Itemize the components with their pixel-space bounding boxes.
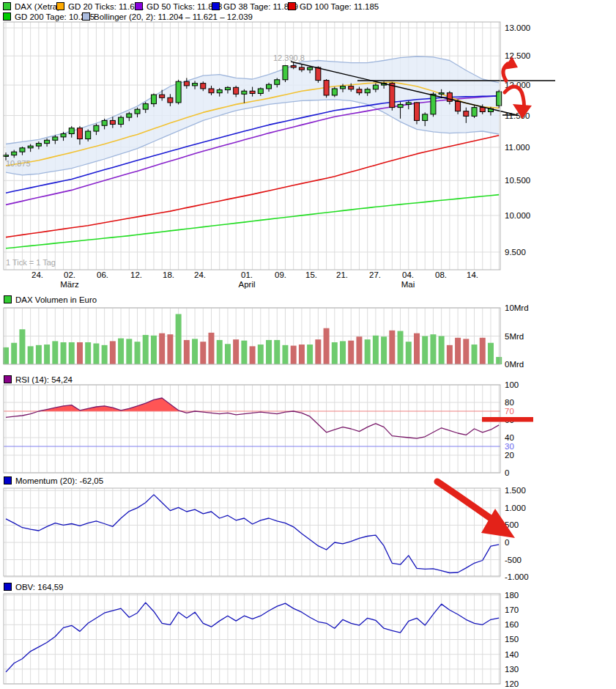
- svg-text:30: 30: [505, 442, 514, 451]
- peak-price-label: 12.390,8: [273, 54, 305, 62]
- svg-text:06.: 06.: [97, 270, 108, 279]
- svg-text:5Mrd: 5Mrd: [505, 332, 524, 341]
- svg-text:130: 130: [505, 665, 519, 674]
- svg-text:14.: 14.: [467, 270, 478, 279]
- svg-text:0: 0: [505, 468, 509, 477]
- svg-text:18.: 18.: [163, 270, 174, 279]
- svg-text:20: 20: [505, 451, 514, 460]
- svg-text:-1.000: -1.000: [505, 572, 529, 581]
- dax-technical-analysis-chart: { "legend": { "main_row1": [ {"label": "…: [0, 0, 616, 689]
- svg-text:140: 140: [505, 650, 519, 659]
- svg-text:80: 80: [505, 398, 514, 407]
- svg-text:40: 40: [505, 433, 514, 442]
- svg-text:24.: 24.: [194, 270, 206, 279]
- svg-text:11.000: 11.000: [505, 143, 530, 152]
- svg-text:März: März: [60, 280, 79, 289]
- svg-text:-500: -500: [505, 556, 522, 564]
- svg-text:13.000: 13.000: [505, 23, 530, 32]
- svg-text:12.: 12.: [130, 270, 142, 279]
- svg-text:01.: 01.: [241, 270, 253, 279]
- svg-text:9.500: 9.500: [505, 248, 526, 257]
- svg-text:09.: 09.: [275, 270, 286, 279]
- svg-text:120: 120: [505, 679, 519, 688]
- svg-text:0: 0: [505, 538, 509, 547]
- tick-note-label: 1 Tick = 1 Tag: [6, 258, 56, 267]
- svg-text:0Mrd: 0Mrd: [505, 360, 524, 369]
- svg-text:15.: 15.: [305, 270, 317, 279]
- momentum-panel: 1.5001.0005000-500-1.000: [6, 486, 529, 581]
- svg-text:27.: 27.: [369, 270, 381, 279]
- svg-text:180: 180: [505, 591, 519, 600]
- svg-text:1.000: 1.000: [505, 504, 526, 512]
- chart-canvas: 12.390,810.8751 Tick = 1 Tag13.00012.500…: [0, 0, 616, 689]
- svg-text:04.: 04.: [402, 270, 414, 279]
- svg-text:21.: 21.: [336, 270, 348, 279]
- svg-text:24.: 24.: [31, 270, 43, 279]
- svg-text:10Mrd: 10Mrd: [505, 303, 529, 312]
- svg-text:10.000: 10.000: [505, 211, 530, 220]
- start-price-label: 10.875: [6, 159, 31, 168]
- svg-text:12.500: 12.500: [505, 51, 530, 60]
- svg-text:150: 150: [505, 635, 519, 644]
- svg-text:April: April: [238, 280, 255, 289]
- svg-text:10.500: 10.500: [505, 176, 530, 185]
- svg-text:1.500: 1.500: [505, 486, 526, 495]
- svg-text:Mai: Mai: [401, 280, 415, 289]
- svg-text:08.: 08.: [435, 270, 447, 279]
- svg-text:100: 100: [505, 380, 519, 389]
- svg-text:02.: 02.: [64, 270, 75, 279]
- svg-text:170: 170: [505, 605, 519, 614]
- svg-text:70: 70: [505, 407, 514, 416]
- svg-text:160: 160: [505, 620, 519, 629]
- red-level-marker: [482, 417, 533, 422]
